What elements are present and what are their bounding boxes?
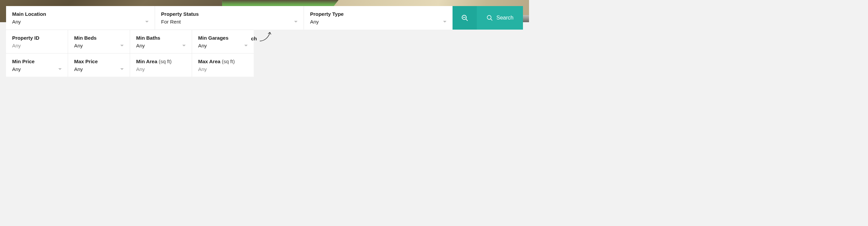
svg-line-4 <box>491 19 492 20</box>
chevron-down-icon <box>58 68 62 70</box>
min-price-select[interactable]: Any <box>12 66 62 72</box>
max-price-select[interactable]: Any <box>74 66 124 72</box>
property-status-field[interactable]: Property Status For Rent <box>155 6 304 30</box>
min-beds-label: Min Beds <box>74 35 124 41</box>
min-beds-value: Any <box>74 43 83 48</box>
max-area-label: Max Area (sq ft) <box>198 59 248 64</box>
min-garages-value: Any <box>198 43 207 48</box>
min-garages-select[interactable]: Any <box>198 43 248 48</box>
min-area-field[interactable]: Min Area (sq ft) <box>130 53 192 77</box>
svg-line-1 <box>466 19 468 21</box>
chevron-down-icon <box>145 21 149 23</box>
property-id-input[interactable] <box>12 43 62 48</box>
min-baths-label: Min Baths <box>136 35 186 41</box>
property-status-value: For Rent <box>161 19 181 25</box>
chevron-down-icon <box>182 45 186 46</box>
max-area-input[interactable] <box>198 66 248 72</box>
search-button[interactable]: Search <box>477 6 523 30</box>
min-area-input[interactable] <box>136 66 186 72</box>
min-beds-select[interactable]: Any <box>74 43 124 48</box>
search-main-card: Main Location Any Property Status For Re… <box>6 6 453 30</box>
property-type-value: Any <box>310 19 319 25</box>
max-area-field[interactable]: Max Area (sq ft) <box>192 53 254 77</box>
zoom-out-icon <box>461 14 468 22</box>
main-location-value: Any <box>12 19 21 25</box>
min-baths-select[interactable]: Any <box>136 43 186 48</box>
max-price-field[interactable]: Max Price Any <box>68 53 130 77</box>
min-price-label: Min Price <box>12 59 62 64</box>
advance-search-hint: ch <box>251 31 273 43</box>
main-location-field[interactable]: Main Location Any <box>6 6 155 30</box>
property-type-select[interactable]: Any <box>310 19 446 25</box>
min-baths-value: Any <box>136 43 145 48</box>
main-location-select[interactable]: Any <box>12 19 149 25</box>
max-price-label: Max Price <box>74 59 124 64</box>
min-garages-field[interactable]: Min Garages Any <box>192 30 254 53</box>
main-location-label: Main Location <box>12 11 149 17</box>
search-icon <box>486 14 493 21</box>
collapse-advanced-button[interactable] <box>453 6 477 30</box>
search-bar: Main Location Any Property Status For Re… <box>6 6 523 30</box>
chevron-down-icon <box>120 68 124 70</box>
chevron-down-icon <box>294 21 298 23</box>
property-type-field[interactable]: Property Type Any <box>304 6 453 30</box>
chevron-down-icon <box>443 21 446 23</box>
min-area-label: Min Area (sq ft) <box>136 59 186 64</box>
property-status-label: Property Status <box>161 11 298 17</box>
property-type-label: Property Type <box>310 11 446 17</box>
curved-arrow-icon <box>259 31 273 43</box>
property-id-label: Property ID <box>12 35 62 41</box>
min-price-value: Any <box>12 66 21 72</box>
max-price-value: Any <box>74 66 83 72</box>
advanced-search-panel: Property ID Min Beds Any Min Baths Any M… <box>6 30 254 77</box>
min-baths-field[interactable]: Min Baths Any <box>130 30 192 53</box>
min-beds-field[interactable]: Min Beds Any <box>68 30 130 53</box>
property-id-field[interactable]: Property ID <box>6 30 68 53</box>
property-status-select[interactable]: For Rent <box>161 19 298 25</box>
min-garages-label: Min Garages <box>198 35 248 41</box>
chevron-down-icon <box>244 45 248 46</box>
advanced-row-1: Property ID Min Beds Any Min Baths Any M… <box>6 30 254 53</box>
min-price-field[interactable]: Min Price Any <box>6 53 68 77</box>
advanced-row-2: Min Price Any Max Price Any Min Area (sq… <box>6 53 254 77</box>
chevron-down-icon <box>120 45 124 46</box>
search-button-label: Search <box>496 15 514 21</box>
